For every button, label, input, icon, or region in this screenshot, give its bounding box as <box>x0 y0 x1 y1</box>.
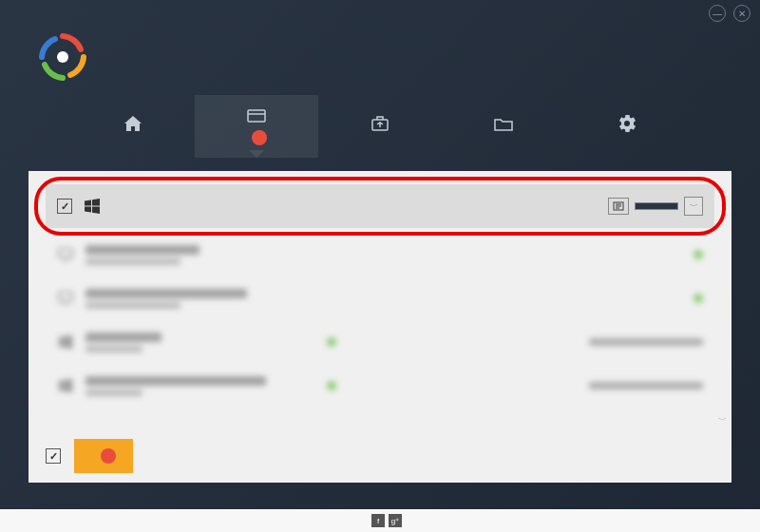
windows-icon <box>57 377 74 394</box>
app-footer: f g⁺ <box>0 509 760 532</box>
facebook-icon[interactable]: f <box>371 514 385 527</box>
download-badge <box>101 448 116 464</box>
driver-row <box>46 236 714 274</box>
driver-row <box>46 323 714 361</box>
app-header <box>0 27 760 91</box>
driver-row <box>46 279 714 317</box>
scroll-up-icon[interactable]: ︿ <box>716 184 728 196</box>
restore-icon <box>494 115 513 132</box>
minimize-button[interactable]: — <box>709 5 726 22</box>
tab-home[interactable] <box>71 95 195 158</box>
update-dropdown-button[interactable]: ﹀ <box>684 197 703 216</box>
monitor-icon <box>57 246 74 263</box>
svg-point-0 <box>57 51 68 63</box>
app-logo-icon <box>38 32 87 82</box>
tab-settings[interactable] <box>565 95 689 158</box>
driver-row-highlighted[interactable]: ﹀ <box>46 184 714 228</box>
tab-driver-updates[interactable] <box>195 95 318 158</box>
status-dot-icon <box>327 337 336 347</box>
blurred-driver-list <box>46 236 714 405</box>
backup-icon <box>370 115 390 132</box>
row-checkbox[interactable] <box>57 199 72 214</box>
scroll-down-icon[interactable]: ﹀ <box>716 414 728 426</box>
titlebar: — ✕ <box>0 0 760 27</box>
scrollbar[interactable]: ︿ ﹀ <box>716 184 728 426</box>
update-button[interactable] <box>635 202 678 210</box>
home-icon <box>124 115 142 132</box>
status-dot-icon <box>694 250 703 259</box>
content-panel: ﹀ ︿ ﹀ <box>28 171 732 483</box>
download-install-button[interactable] <box>74 439 133 473</box>
windows-icon <box>84 198 101 215</box>
updates-badge <box>252 130 267 145</box>
windows-icon <box>57 333 74 351</box>
svg-rect-1 <box>248 110 265 122</box>
status-dot-icon <box>327 381 336 390</box>
updates-icon <box>247 107 266 124</box>
main-tabs <box>0 95 760 158</box>
status-dot-icon <box>694 294 703 303</box>
select-all-checkbox[interactable] <box>46 448 61 464</box>
svg-rect-10 <box>59 293 72 301</box>
audio-icon <box>57 290 74 307</box>
close-button[interactable]: ✕ <box>733 5 750 22</box>
gear-icon <box>618 115 636 132</box>
tab-restore[interactable] <box>442 95 565 158</box>
svg-rect-8 <box>59 249 72 257</box>
tab-backup[interactable] <box>318 95 442 158</box>
driver-info-button[interactable] <box>608 198 629 215</box>
driver-row <box>46 367 714 405</box>
googleplus-icon[interactable]: g⁺ <box>389 514 402 527</box>
